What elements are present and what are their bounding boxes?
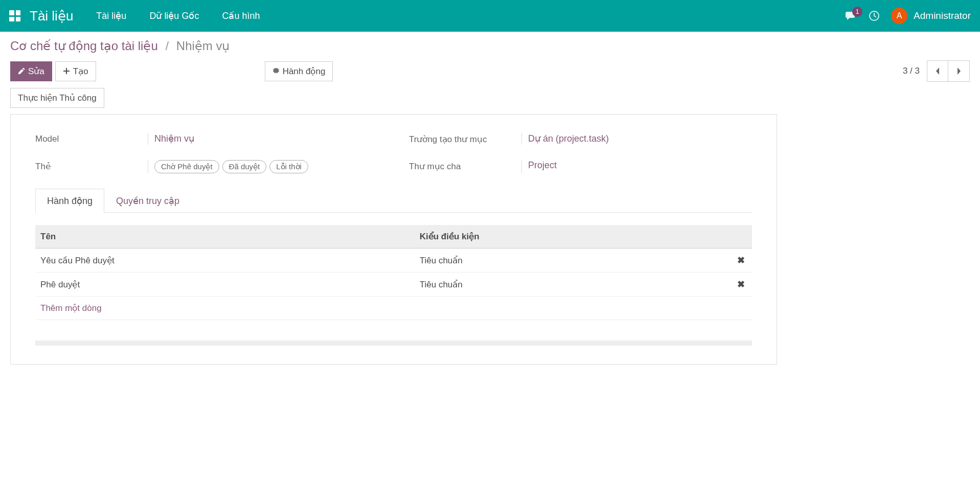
- create-label: Tạo: [73, 66, 88, 77]
- nav-menu-master-data[interactable]: Dữ liệu Gốc: [149, 10, 199, 21]
- nav-menu: Tài liệu Dữ liệu Gốc Cấu hình: [96, 10, 260, 21]
- tag-obsolete[interactable]: Lỗi thời: [269, 160, 308, 173]
- table-row-add[interactable]: Thêm một dòng: [35, 297, 752, 320]
- folder-field-value[interactable]: Dự án (project.task): [528, 133, 609, 144]
- nav-menu-documents[interactable]: Tài liệu: [96, 10, 126, 21]
- breadcrumb-current: Nhiệm vụ: [176, 39, 230, 53]
- messages-icon[interactable]: 1: [845, 11, 857, 21]
- edit-label: Sửa: [28, 66, 44, 77]
- tab-access[interactable]: Quyền truy cập: [104, 189, 191, 213]
- plus-icon: [63, 67, 70, 75]
- messages-badge: 1: [852, 7, 862, 17]
- breadcrumb-separator: /: [165, 39, 169, 53]
- delete-row-icon[interactable]: ✖: [737, 255, 745, 265]
- app-brand[interactable]: Tài liệu: [30, 8, 73, 24]
- table-row[interactable]: Phê duyệt Tiêu chuẩn ✖: [35, 273, 752, 297]
- tags-field[interactable]: Chờ Phê duyệt Đã duyệt Lỗi thời: [154, 160, 378, 173]
- avatar: A: [891, 8, 907, 24]
- tags-label: Thẻ: [35, 160, 148, 173]
- col-cond-header[interactable]: Kiểu điều kiện: [415, 225, 730, 249]
- control-panel: Cơ chế tự động tạo tài liệu / Nhiệm vụ S…: [0, 32, 980, 82]
- add-line-link[interactable]: Thêm một dòng: [40, 303, 102, 313]
- parent-folder-label: Thư mục cha: [409, 160, 521, 173]
- action-dropdown[interactable]: Hành động: [265, 61, 333, 81]
- tag-approved[interactable]: Đã duyệt: [222, 160, 267, 173]
- activities-icon[interactable]: [869, 10, 880, 21]
- breadcrumb-parent[interactable]: Cơ chế tự động tạo tài liệu: [10, 39, 158, 53]
- pager-text[interactable]: 3 / 3: [903, 66, 920, 76]
- tag-pending[interactable]: Chờ Phê duyệt: [154, 160, 219, 173]
- row-name: Yêu cầu Phê duyệt: [35, 249, 415, 273]
- pager: 3 / 3: [903, 60, 970, 82]
- notebook-tabs: Hành động Quyền truy cập: [35, 189, 752, 213]
- user-name: Administrator: [914, 10, 971, 21]
- manual-run-label: Thực hiện Thủ công: [18, 93, 97, 103]
- folder-field-label: Trường tạo thư mục: [409, 133, 521, 145]
- edit-button[interactable]: Sửa: [10, 61, 52, 81]
- delete-row-icon[interactable]: ✖: [737, 279, 745, 289]
- breadcrumb: Cơ chế tự động tạo tài liệu / Nhiệm vụ: [10, 39, 970, 53]
- nav-menu-config[interactable]: Cấu hình: [222, 10, 260, 21]
- pager-prev[interactable]: [927, 60, 948, 82]
- apps-icon[interactable]: [9, 10, 20, 21]
- col-delete-header: [730, 225, 752, 249]
- user-menu[interactable]: A Administrator: [891, 8, 971, 24]
- action-label: Hành động: [283, 66, 326, 77]
- tab-actions[interactable]: Hành động: [35, 189, 104, 213]
- row-cond: Tiêu chuẩn: [415, 249, 730, 273]
- top-navbar: Tài liệu Tài liệu Dữ liệu Gốc Cấu hình 1…: [0, 0, 980, 32]
- create-button[interactable]: Tạo: [55, 61, 96, 81]
- pencil-icon: [18, 67, 25, 75]
- gear-icon: [272, 67, 280, 75]
- chevron-right-icon: [956, 67, 962, 75]
- row-cond: Tiêu chuẩn: [415, 273, 730, 297]
- col-name-header[interactable]: Tên: [35, 225, 415, 249]
- parent-folder-value[interactable]: Project: [528, 160, 557, 170]
- table-footer-bar: [35, 341, 752, 346]
- row-name: Phê duyệt: [35, 273, 415, 297]
- pager-next[interactable]: [948, 60, 970, 82]
- actions-table: Tên Kiểu điều kiện Yêu cầu Phê duyệt Tiê…: [35, 225, 752, 320]
- table-row[interactable]: Yêu cầu Phê duyệt Tiêu chuẩn ✖: [35, 249, 752, 273]
- model-label: Model: [35, 133, 148, 145]
- manual-run-button[interactable]: Thực hiện Thủ công: [10, 88, 104, 108]
- form-sheet: Model Nhiệm vụ Trường tạo thư mục Dự án …: [10, 114, 777, 365]
- chevron-left-icon: [935, 67, 940, 75]
- model-value[interactable]: Nhiệm vụ: [154, 133, 194, 144]
